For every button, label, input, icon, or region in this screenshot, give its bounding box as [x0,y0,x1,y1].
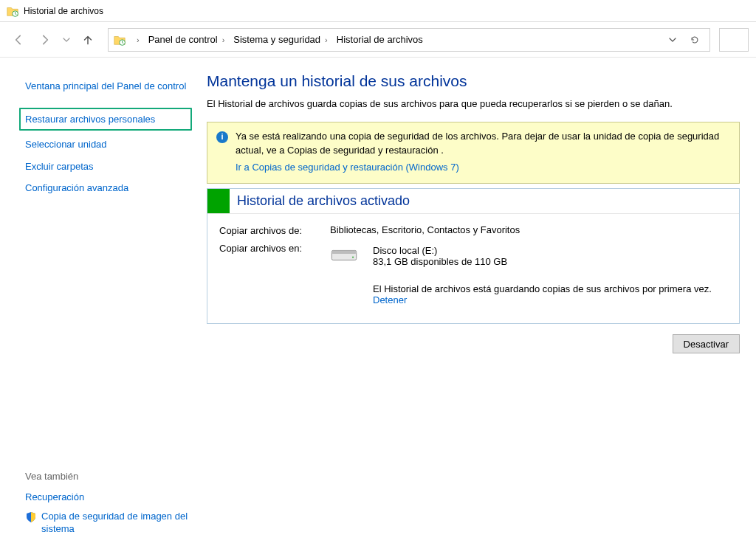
refresh-button[interactable] [684,30,705,50]
status-stripe-on [207,189,230,213]
window-title: Historial de archivos [24,6,103,16]
disk-space: 83,1 GB disponibles de 110 GB [373,256,712,267]
file-history-icon [113,33,126,46]
svg-rect-3 [331,251,356,255]
info-notice: i Ya se está realizando una copia de seg… [207,122,740,184]
sidebar-link-system-image-backup[interactable]: Copia de seguridad de imagen del sistema [41,510,189,536]
shield-icon [25,511,37,523]
disk-name: Disco local (E:) [373,245,712,256]
breadcrumb-label: Panel de control [148,34,218,45]
sidebar-link-restore-files[interactable]: Restaurar archivos personales [24,111,188,128]
sidebar-link-select-drive[interactable]: Seleccionar unidad [22,134,192,156]
info-icon: i [216,131,228,143]
address-bar[interactable]: › Panel de control › Sistema y seguridad… [108,28,710,52]
sidebar: Ventana principal del Panel de control R… [0,58,199,546]
back-button[interactable] [7,29,30,51]
file-history-icon [6,4,19,18]
up-button[interactable] [77,29,99,51]
svg-point-4 [352,257,354,258]
stop-link[interactable]: Detener [373,294,407,305]
copy-to-label: Copiar archivos en: [219,242,330,305]
highlighted-link-box: Restaurar archivos personales [19,108,192,131]
backup-restore-link[interactable]: Ir a Copias de seguridad y restauración … [236,161,459,175]
breadcrumb-file-history[interactable]: Historial de archivos [334,29,426,51]
status-panel: Historial de archivos activado Copiar ar… [207,188,740,324]
forward-button[interactable] [34,29,56,51]
status-title: Historial de archivos activado [230,189,417,213]
copy-from-label: Copiar archivos de: [219,224,330,236]
page-subtitle: El Historial de archivos guarda copias d… [207,97,740,111]
notice-text: Ya se está realizando una copia de segur… [236,131,719,156]
breadcrumb-label: Sistema y seguridad [233,34,320,45]
recent-locations-button[interactable] [61,29,72,51]
titlebar: Historial de archivos [0,0,756,22]
copy-from-value: Bibliotecas, Escritorio, Contactos y Fav… [330,224,727,236]
sidebar-link-advanced-settings[interactable]: Configuración avanzada [22,177,192,199]
navbar: › Panel de control › Sistema y seguridad… [0,22,756,58]
saving-message: El Historial de archivos está guardando … [373,283,712,294]
breadcrumb-root-chevron[interactable]: › [132,29,142,51]
breadcrumb-control-panel[interactable]: Panel de control › [145,29,228,51]
address-dropdown-button[interactable] [662,30,683,50]
chevron-right-icon: › [325,35,328,44]
breadcrumb-system-security[interactable]: Sistema y seguridad › [230,29,330,51]
chevron-right-icon: › [222,35,225,44]
breadcrumb-label: Historial de archivos [337,34,423,45]
sidebar-link-control-panel-home[interactable]: Ventana principal del Panel de control [22,75,192,97]
search-box[interactable] [719,28,749,52]
hard-drive-icon [330,245,358,266]
main-content: Mantenga un historial de sus archivos El… [199,58,756,546]
deactivate-button[interactable]: Desactivar [673,334,740,353]
sidebar-link-recovery[interactable]: Recuperación [25,491,84,504]
page-heading: Mantenga un historial de sus archivos [207,72,740,90]
see-also-heading: Vea también [25,471,192,482]
sidebar-link-exclude-folders[interactable]: Excluir carpetas [22,156,192,178]
